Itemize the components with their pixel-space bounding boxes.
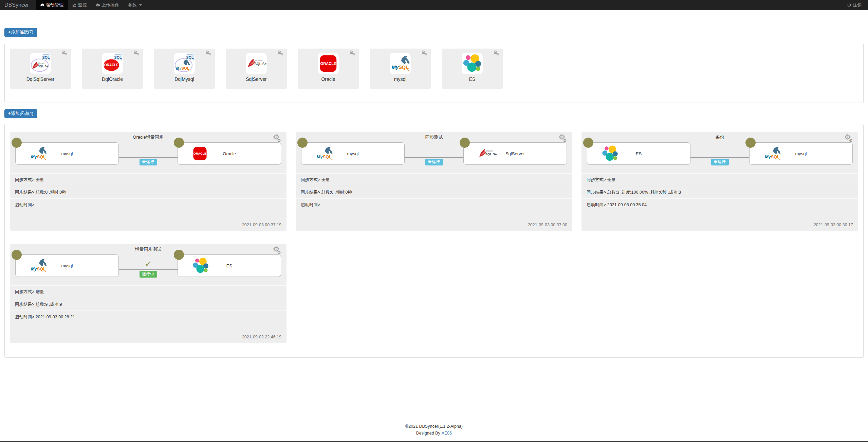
mapping-connector-line xyxy=(405,157,463,158)
endpoint-name: Oracle xyxy=(178,151,281,156)
endpoint-dot xyxy=(12,138,22,148)
sqlserver-logo-icon xyxy=(246,53,267,74)
sync-result-row: 同步结果> 总数:9 ,成功:9 xyxy=(10,298,287,311)
updated-timestamp: 2021-09-03 00:30:17 xyxy=(814,223,853,227)
app-brand[interactable]: DBSyncer xyxy=(4,0,29,10)
mapping-connector-line xyxy=(119,269,178,270)
endpoint-dot xyxy=(745,138,756,148)
updated-timestamp: 2021-09-03 00:37:00 xyxy=(528,223,567,227)
add-driver-button[interactable]: +添加驱动(4) xyxy=(4,109,37,118)
driver-title: 增量同步测试 xyxy=(10,246,287,252)
endpoint-dot xyxy=(12,250,22,260)
endpoint-dot xyxy=(460,138,470,148)
author-link[interactable]: AE86 xyxy=(442,431,452,436)
main-content: +添加连接(7) ⚙⚙ DqlSqlServer ⚙⚙ DqlOracle ⚙⚙… xyxy=(0,10,868,358)
settings-cogs-icon[interactable]: ⚙⚙ xyxy=(421,50,428,55)
oracle-dql-logo-icon xyxy=(102,53,123,74)
start-time-row: 启动时间> 2021-09-03 00:28:21 xyxy=(10,311,287,323)
drivers-panel: ⚙⚙ Oracle增量同步 mysql 未运行 Ora xyxy=(4,124,864,358)
sync-result-row: 同步结果> 总数:0 ,耗时:0秒 xyxy=(296,186,572,198)
cloud-upload-icon xyxy=(96,3,100,7)
driver-title: 同步测试 xyxy=(296,134,572,140)
endpoint-name: mysql xyxy=(750,151,852,156)
driver-mapping: 同步测试 mysql 未运行 SqlServer xyxy=(296,132,572,173)
connection-card-oracle[interactable]: ⚙⚙ Oracle xyxy=(298,49,359,89)
nav-item-label: 监控 xyxy=(78,2,87,8)
connection-name: DqlOracle xyxy=(82,76,143,82)
footer: ©2021 DBSyncer(1.1.2-Alpha) Designed ByA… xyxy=(0,423,868,437)
add-connection-button[interactable]: +添加连接(7) xyxy=(4,28,37,37)
sqlserver-dql-logo-icon xyxy=(30,53,51,74)
driver-card-sync-test: ⚙⚙ 同步测试 mysql 未运行 SqlServer xyxy=(296,132,572,231)
target-endpoint[interactable]: Oracle xyxy=(178,142,281,165)
sync-mode-row: 同步方式> 全量 xyxy=(296,173,572,186)
driver-mapping: 备份 ES 未运行 mysql xyxy=(581,132,858,173)
connections-panel: ⚙⚙ DqlSqlServer ⚙⚙ DqlOracle ⚙⚙ DqlMysql… xyxy=(4,43,864,103)
driver-card-backup: ⚙⚙ 备份 ES 未运行 mysql xyxy=(581,132,858,231)
connection-name: SqlServer xyxy=(226,76,287,82)
settings-cogs-icon[interactable]: ⚙⚙ xyxy=(205,50,213,55)
drivers-grid: ⚙⚙ Oracle增量同步 mysql 未运行 Ora xyxy=(10,132,858,343)
driver-title: 备份 xyxy=(581,134,858,140)
driver-mapping: 增量同步测试 mysql ✓ 运行中 ES xyxy=(10,244,287,285)
updated-timestamp: 2021-09-03 00:37:19 xyxy=(242,223,281,227)
nav-item-driver-management[interactable]: 驱动管理 xyxy=(36,0,68,10)
settings-cogs-icon[interactable]: ⚙⚙ xyxy=(277,50,284,55)
driver-mapping: Oracle增量同步 mysql 未运行 Oracle xyxy=(10,132,287,173)
mapping-connector-line xyxy=(119,157,178,158)
navbar: DBSyncer 驱动管理 监控 参数 上传插件 参数 注销 xyxy=(0,0,868,10)
settings-cogs-icon[interactable]: ⚙⚙ xyxy=(493,50,500,55)
nav-item-label: 参数 xyxy=(128,2,137,8)
connections-row: ⚙⚙ DqlSqlServer ⚙⚙ DqlOracle ⚙⚙ DqlMysql… xyxy=(10,49,858,89)
connection-card-mysql[interactable]: ⚙⚙ mysql xyxy=(370,49,431,89)
status-badge: 运行中 xyxy=(140,271,157,278)
sync-mode-row: 同步方式> 增量 xyxy=(10,285,287,298)
dashboard-icon xyxy=(40,3,44,7)
logout-button[interactable]: 注销 xyxy=(843,0,866,10)
caret-down-icon xyxy=(139,4,142,6)
updated-timestamp: 2021-09-02 22:46:19 xyxy=(242,335,281,339)
start-time-row: 启动时间> xyxy=(10,198,287,211)
nav-item-monitor[interactable]: 监控 xyxy=(68,0,91,10)
power-icon xyxy=(847,3,851,7)
endpoint-name: SqlServer xyxy=(464,151,567,156)
start-time-row: 启动时间> 2021-09-03 00:35:04 xyxy=(581,198,858,211)
settings-cogs-icon[interactable]: ⚙⚙ xyxy=(349,50,356,55)
connection-name: mysql xyxy=(370,76,431,82)
nav-item-label: 上传插件 xyxy=(101,2,119,8)
endpoint-dot xyxy=(174,138,184,148)
driver-card-incremental-sync-test: ⚙⚙ 增量同步测试 mysql ✓ 运行中 xyxy=(10,244,287,343)
plus-icon: + xyxy=(8,110,11,117)
connection-name: Oracle xyxy=(298,76,359,82)
target-endpoint[interactable]: mysql xyxy=(749,142,853,165)
start-time-row: 启动时间> xyxy=(296,198,572,211)
endpoint-name: ES xyxy=(587,151,690,156)
target-endpoint[interactable]: SqlServer xyxy=(463,142,567,165)
nav-item-params-dropdown[interactable]: 参数 xyxy=(124,0,146,10)
connection-card-dqloracle[interactable]: ⚙⚙ DqlOracle xyxy=(82,49,143,89)
copyright-text: ©2021 DBSyncer(1.1.2-Alpha) xyxy=(0,423,868,430)
settings-cogs-icon[interactable]: ⚙⚙ xyxy=(61,50,69,55)
mysql-dql-logo-icon xyxy=(174,53,195,74)
connection-card-dqlmysql[interactable]: ⚙⚙ DqlMysql xyxy=(154,49,215,89)
navbar-right: 注销 xyxy=(843,0,868,10)
designed-by-line: Designed ByAE86 xyxy=(0,430,868,437)
driver-title: Oracle增量同步 xyxy=(10,134,287,140)
endpoint-dot xyxy=(583,138,593,148)
connection-name: DqlMysql xyxy=(154,76,215,82)
elasticsearch-logo-icon xyxy=(462,53,483,74)
designed-by-text: Designed By xyxy=(416,431,440,436)
plus-icon: + xyxy=(8,29,11,35)
connection-card-sqlserver[interactable]: ⚙⚙ SqlServer xyxy=(226,49,287,89)
nav-item-upload-plugin[interactable]: 参数 上传插件 xyxy=(91,0,124,10)
endpoint-name: mysql xyxy=(16,151,118,156)
status-badge: 未运行 xyxy=(425,159,443,165)
settings-cogs-icon[interactable]: ⚙⚙ xyxy=(133,50,141,55)
sync-mode-row: 同步方式> 全量 xyxy=(10,173,287,186)
status-badge: 未运行 xyxy=(711,159,729,165)
connection-card-es[interactable]: ⚙⚙ ES xyxy=(442,49,503,89)
connection-name: ES xyxy=(442,76,503,82)
target-endpoint[interactable]: ES xyxy=(178,254,281,277)
connection-card-dqlsqlserver[interactable]: ⚙⚙ DqlSqlServer xyxy=(10,49,71,89)
driver-card-oracle-incremental: ⚙⚙ Oracle增量同步 mysql 未运行 Ora xyxy=(10,132,287,231)
